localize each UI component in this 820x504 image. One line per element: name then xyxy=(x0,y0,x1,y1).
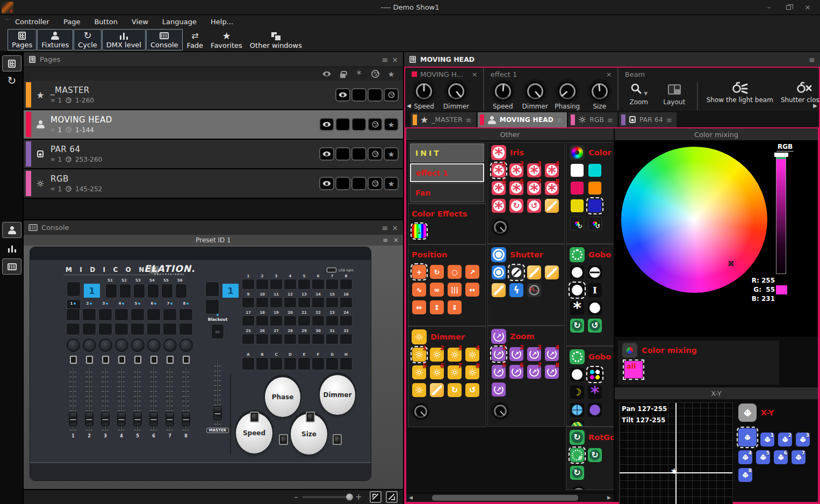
page-row-movinghead[interactable]: MOVING HEAD≡11-144★ xyxy=(24,110,403,140)
knob-dial[interactable] xyxy=(558,82,577,101)
channel-knob[interactable] xyxy=(115,339,128,352)
letter-button-G[interactable] xyxy=(326,357,339,370)
preset-close-icon[interactable]: × xyxy=(393,236,399,244)
xy-button-6[interactable]: 6 xyxy=(774,450,788,464)
channel-button-bottom[interactable] xyxy=(147,323,161,335)
pad-button[interactable] xyxy=(205,282,219,297)
tile-goboW[interactable] xyxy=(570,368,584,381)
grid-button-13[interactable] xyxy=(298,297,311,308)
zoom-knob[interactable] xyxy=(492,403,508,419)
fader-thumb[interactable] xyxy=(134,412,142,426)
grid-button-25[interactable] xyxy=(242,334,255,344)
rgb-slider[interactable] xyxy=(776,157,786,274)
preset-menu-icon[interactable]: ≡ xyxy=(383,236,388,244)
color-preset-all[interactable]: all xyxy=(624,361,643,378)
color-wheel-marker[interactable] xyxy=(727,259,735,268)
console-close-icon[interactable]: × xyxy=(392,224,398,232)
tile-rotYcw[interactable]: ↻ xyxy=(448,383,462,397)
tile-iris-1[interactable]: 1 xyxy=(492,163,506,177)
knob-speed[interactable]: Speed xyxy=(412,80,436,110)
s-button[interactable] xyxy=(161,284,173,298)
star-icon[interactable]: ★ xyxy=(384,70,399,78)
tile-zoomP-8[interactable]: ↗8 xyxy=(545,365,559,379)
pad-button[interactable] xyxy=(67,282,81,297)
dock-fixtures-icon[interactable] xyxy=(2,222,21,238)
row-eye-button[interactable] xyxy=(319,147,334,161)
page-row-par64[interactable]: PAR 64≡1253-260★ xyxy=(24,140,403,169)
xy-button-5[interactable]: 5 xyxy=(756,450,770,464)
preset-button-fan[interactable]: Fan xyxy=(410,183,484,202)
tile-sun[interactable]: ☼ xyxy=(412,383,426,397)
dock-dmx-icon[interactable] xyxy=(2,240,21,256)
knob-dial[interactable] xyxy=(526,82,545,101)
knob-dial[interactable] xyxy=(493,82,513,101)
tile-zoomP-3[interactable]: ↗3 xyxy=(527,347,541,361)
menu-item-view[interactable]: View xyxy=(132,18,148,26)
row-star-button[interactable]: ★ xyxy=(384,147,399,161)
channel-fader[interactable] xyxy=(133,368,142,431)
tile-sw[interactable] xyxy=(570,199,584,213)
tile-zoomP-6[interactable]: ↗6 xyxy=(509,365,523,379)
channel-fader[interactable] xyxy=(69,368,77,431)
tile-g2purple[interactable] xyxy=(588,403,602,417)
channel-button-bottom[interactable] xyxy=(98,323,112,335)
row-eye-button[interactable] xyxy=(319,177,334,190)
zoom-out-button[interactable]: – xyxy=(294,492,299,502)
tab-menu-icon[interactable]: ≡ xyxy=(466,116,472,124)
tile-iris-2[interactable]: 2 xyxy=(509,163,523,177)
strip-scroll-right-icon[interactable]: ▶ xyxy=(813,103,817,109)
grid-button-32[interactable] xyxy=(340,334,353,344)
channel-knob[interactable] xyxy=(99,339,112,352)
channel-button-top[interactable] xyxy=(131,308,145,321)
fader-thumb[interactable] xyxy=(118,412,126,426)
grid-button-27[interactable] xyxy=(270,334,283,344)
group-close-icon[interactable]: × xyxy=(601,70,612,78)
row-slot-button-2[interactable] xyxy=(351,147,366,161)
letter-button-D[interactable] xyxy=(284,357,297,370)
tile-rotGccw[interactable]: ↺ xyxy=(588,319,602,333)
grid-button-1[interactable] xyxy=(242,279,255,290)
strip-scroll-left-icon[interactable]: ◀ xyxy=(407,103,411,109)
grid-button-8[interactable] xyxy=(340,279,353,290)
tile-sun-3[interactable]: ☼3 xyxy=(448,348,462,362)
row-slot-button-2[interactable] xyxy=(368,88,383,102)
letter-button-B[interactable] xyxy=(256,357,269,370)
grid-button-28[interactable] xyxy=(284,334,297,344)
menu-item-button[interactable]: Button xyxy=(94,18,118,26)
channel-knob[interactable] xyxy=(147,339,161,352)
tab-master[interactable]: ★_MASTER≡ xyxy=(411,112,476,127)
tile-sun-2[interactable]: ☼2 xyxy=(430,348,444,362)
knob-size[interactable]: Size xyxy=(587,80,612,110)
cycle-button[interactable]: ↻Cycle xyxy=(74,29,102,51)
tile-colorRotCw[interactable]: ↻ xyxy=(570,217,584,231)
channel-button-bottom[interactable] xyxy=(114,323,128,335)
big-knob-phase[interactable]: Phase xyxy=(265,377,300,417)
tile-colorRotCcw[interactable]: ↺ xyxy=(588,217,602,231)
preset-button-effect-1[interactable]: effect 1 xyxy=(410,163,484,182)
knob-speed[interactable]: Speed xyxy=(491,80,515,110)
tile-fadeY[interactable] xyxy=(545,199,559,213)
tile-pos[interactable]: ↔ xyxy=(465,283,479,297)
knob-dimmer[interactable]: Dimmer xyxy=(523,80,548,110)
beam-on-button[interactable]: Show the light beam xyxy=(707,80,773,104)
channel-button-top[interactable] xyxy=(114,308,128,321)
fader-thumb[interactable] xyxy=(150,412,158,426)
lock-icon[interactable] xyxy=(335,70,350,78)
row-slot-button-1[interactable] xyxy=(351,88,366,102)
letter-button-C[interactable] xyxy=(270,357,283,370)
tile-rotYccw[interactable]: ↺ xyxy=(465,383,479,397)
tile-pos[interactable]: ⇕ xyxy=(448,300,462,314)
panel-menu-icon[interactable]: ≡ xyxy=(809,55,815,64)
tile-g2dots[interactable] xyxy=(588,368,602,381)
pages-close-icon[interactable]: × xyxy=(392,55,398,64)
tab-menu-icon[interactable]: ≡ xyxy=(607,116,613,124)
tile-shClosed[interactable] xyxy=(509,265,523,279)
rotgobo-knob[interactable] xyxy=(571,486,587,489)
row-slot-button-2[interactable] xyxy=(351,177,366,190)
page-row-rgb[interactable]: ☼RGB≡1145-252★ xyxy=(24,169,403,199)
fader-thumb[interactable] xyxy=(102,412,110,426)
zoom-in-button[interactable]: + xyxy=(355,492,365,502)
tile-fl[interactable]: Fl... xyxy=(527,283,541,297)
tab-menu-icon[interactable]: ≡ xyxy=(557,116,563,124)
fader-thumb[interactable] xyxy=(214,406,222,420)
